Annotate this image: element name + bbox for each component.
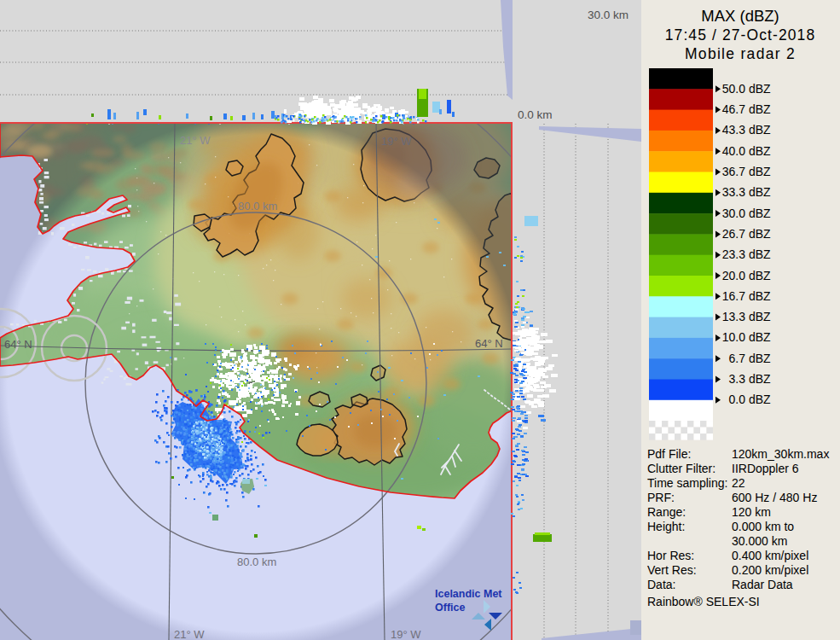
svg-text:Data:: Data: [647,578,675,591]
svg-text:dBZ: dBZ [749,102,771,116]
svg-text:21° W: 21° W [180,134,211,147]
svg-text:Icelandic Met: Icelandic Met [435,588,502,600]
svg-text:33.3: 33.3 [722,185,745,199]
svg-text:120 km: 120 km [732,505,771,519]
svg-text:dBZ: dBZ [749,247,771,261]
svg-text:6.7: 6.7 [729,352,746,365]
svg-text:64° N: 64° N [475,337,503,350]
svg-text:MAX (dBZ): MAX (dBZ) [701,7,779,25]
svg-text:0.000 km to: 0.000 km to [732,520,794,533]
svg-text:120km_30km.max: 120km_30km.max [732,447,829,461]
svg-text:Rainbow® SELEX-SI: Rainbow® SELEX-SI [647,595,760,608]
svg-text:Clutter Filter:: Clutter Filter: [647,462,715,475]
svg-text:19° W: 19° W [391,628,421,640]
svg-text:dBZ: dBZ [749,372,771,386]
svg-text:Pdf File:: Pdf File: [647,447,691,461]
svg-text:0.400 km/pixel: 0.400 km/pixel [732,549,808,562]
svg-text:Hor Res:: Hor Res: [647,549,694,562]
svg-text:80.0 km: 80.0 km [237,556,276,568]
svg-text:17:45 / 27-Oct-2018: 17:45 / 27-Oct-2018 [665,26,816,44]
svg-text:10.0: 10.0 [722,330,745,344]
svg-text:30.0: 30.0 [722,207,745,220]
svg-text:30.000 km: 30.000 km [732,534,787,548]
svg-text:Range:: Range: [647,505,686,519]
svg-text:13.3: 13.3 [722,310,745,323]
svg-text:21° W: 21° W [174,628,205,640]
svg-text:64° N: 64° N [4,338,32,351]
svg-text:36.7: 36.7 [722,165,745,178]
svg-text:Height:: Height: [647,520,685,533]
svg-text:20.0: 20.0 [722,269,745,282]
svg-text:0.0 km: 0.0 km [518,108,553,121]
svg-text:600 Hz / 480 Hz: 600 Hz / 480 Hz [732,491,817,504]
svg-text:26.7: 26.7 [722,227,745,241]
svg-text:80.0 km: 80.0 km [238,200,277,212]
svg-text:IIRDoppler 6: IIRDoppler 6 [732,462,799,475]
svg-text:dBZ: dBZ [749,310,771,323]
svg-text:Vert Res:: Vert Res: [647,563,697,577]
svg-text:PRF:: PRF: [647,491,675,504]
svg-text:19° W: 19° W [381,135,412,148]
svg-text:3.3: 3.3 [729,372,746,386]
svg-text:Office: Office [435,602,465,614]
svg-text:dBZ: dBZ [749,207,771,220]
svg-text:dBZ: dBZ [749,185,771,199]
svg-text:dBZ: dBZ [749,352,771,365]
svg-text:23.3: 23.3 [722,247,745,261]
svg-text:16.7: 16.7 [722,289,745,303]
svg-text:Mobile radar 2: Mobile radar 2 [685,45,796,62]
svg-text:40.0: 40.0 [722,144,745,158]
svg-text:0.200 km/pixel: 0.200 km/pixel [732,563,808,577]
svg-text:Time sampling:: Time sampling: [647,476,727,490]
svg-text:dBZ: dBZ [749,269,771,282]
svg-text:50.0: 50.0 [722,82,745,96]
svg-text:dBZ: dBZ [749,289,771,303]
svg-text:Radar Data: Radar Data [732,578,793,591]
svg-text:30.0 km: 30.0 km [588,9,629,21]
svg-text:dBZ: dBZ [749,82,771,96]
svg-text:dBZ: dBZ [749,165,771,178]
svg-text:dBZ: dBZ [749,393,771,406]
svg-text:dBZ: dBZ [749,144,771,158]
svg-text:dBZ: dBZ [749,330,771,344]
svg-text:dBZ: dBZ [749,123,771,137]
svg-text:0.0: 0.0 [729,393,746,406]
svg-text:22: 22 [732,476,745,490]
svg-text:43.3: 43.3 [722,123,745,137]
svg-text:46.7: 46.7 [722,102,745,116]
svg-text:dBZ: dBZ [749,227,771,241]
